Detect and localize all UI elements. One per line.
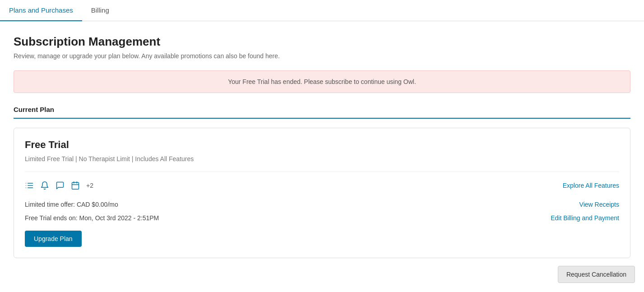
trial-end-row: Free Trial ends on: Mon, Oct 3rd 2022 - … <box>25 214 619 222</box>
plan-divider <box>25 171 619 172</box>
price-row: Limited time offer: CAD $0.00/mo View Re… <box>25 201 619 208</box>
features-row: +2 Explore All Features <box>25 181 619 190</box>
calendar-icon <box>71 181 80 190</box>
list-svg <box>25 181 34 190</box>
main-content: Subscription Management Review, manage o… <box>0 21 644 292</box>
edit-billing-link[interactable]: Edit Billing and Payment <box>551 214 619 222</box>
feature-icons: +2 <box>25 181 93 190</box>
svg-rect-6 <box>72 182 79 189</box>
trial-end-label: Free Trial ends on: Mon, Oct 3rd 2022 - … <box>25 214 159 222</box>
alert-message: Your Free Trial has ended. Please subscr… <box>228 78 416 85</box>
plan-description: Limited Free Trial | No Therapist Limit … <box>25 155 619 162</box>
page-container: Plans and Purchases Billing Subscription… <box>0 0 644 292</box>
chat-svg <box>56 181 65 190</box>
price-label: Limited time offer: CAD $0.00/mo <box>25 201 118 208</box>
tabs-bar: Plans and Purchases Billing <box>0 0 644 21</box>
cancel-button-container: Request Cancellation <box>558 266 635 283</box>
upgrade-button[interactable]: Upgrade Plan <box>25 231 82 247</box>
tab-plans[interactable]: Plans and Purchases <box>0 0 82 21</box>
feature-more: +2 <box>86 182 93 189</box>
current-plan-section-title: Current Plan <box>14 106 630 119</box>
page-title: Subscription Management <box>14 35 630 49</box>
card-button-row: Upgrade Plan <box>25 231 619 247</box>
list-icon <box>25 181 34 190</box>
request-cancellation-button[interactable]: Request Cancellation <box>558 266 635 283</box>
tab-billing[interactable]: Billing <box>82 0 118 21</box>
explore-features-link[interactable]: Explore All Features <box>563 182 619 189</box>
alert-banner: Your Free Trial has ended. Please subscr… <box>14 70 630 93</box>
plan-card: Free Trial Limited Free Trial | No Thera… <box>14 128 630 258</box>
chat-icon <box>56 181 65 190</box>
bell-svg <box>40 181 49 190</box>
page-subtitle: Review, manage or upgrade your plan belo… <box>14 52 630 60</box>
bell-icon <box>40 181 49 190</box>
view-receipts-link[interactable]: View Receipts <box>579 201 619 208</box>
calendar-svg <box>71 181 80 190</box>
plan-name: Free Trial <box>25 139 619 151</box>
